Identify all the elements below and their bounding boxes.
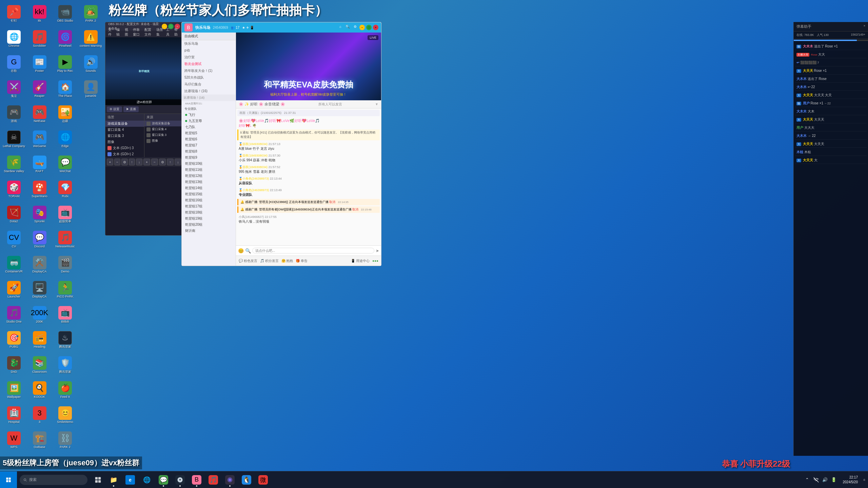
icon-theplace[interactable]: 🏠 The Place — [53, 77, 77, 101]
icon-smilememo[interactable]: 😊 SmileMemo — [53, 403, 77, 427]
sys-network-icon[interactable] — [812, 476, 820, 484]
obs-scene-item-2[interactable]: 窗口采集 4 — [105, 127, 144, 133]
icon-hospital[interactable]: 🏥 Hospital — [2, 403, 26, 427]
icon-containerVR[interactable]: 🥽 ContainerVR — [2, 252, 26, 277]
obs-scene-item-5[interactable]: 文本 (GDI+) 3 — [105, 145, 144, 151]
chat-room-qiandao17[interactable]: 乾翌组17组 — [182, 203, 236, 209]
nav-p[interactable]: p动 — [182, 47, 236, 54]
icon-pubg[interactable]: 🎯 PUBG — [2, 328, 26, 352]
taskbar-app-edge[interactable]: e — [122, 472, 138, 488]
icon-200k[interactable]: 200K 200K — [27, 303, 52, 327]
icon-wallpaper[interactable]: 🖼️ Wallpaper — [2, 378, 26, 402]
icon-tencent-mgr[interactable]: 🛡️ 腾讯管家 — [53, 353, 77, 377]
obs-settings2-button[interactable]: ⚙ — [121, 159, 128, 165]
icon-google[interactable]: G 谷歌 — [2, 52, 26, 76]
chat-room-qiandao14[interactable]: 乾翌组14组 — [182, 185, 236, 191]
sys-battery-icon[interactable]: 🔋 — [830, 476, 837, 484]
taskbar-task-view[interactable] — [90, 472, 106, 488]
taskbar-search-box[interactable]: 搜索 — [20, 475, 87, 485]
chat-room-qiandao16[interactable]: 乾翌组16组 — [182, 197, 236, 203]
right-chat-close[interactable]: × — [864, 24, 865, 29]
icon-wegame[interactable]: 🎮 WeGame — [27, 127, 52, 151]
icon-dingding[interactable]: 📌 钉钉 — [2, 2, 26, 26]
nav-songs[interactable]: 歌友会测试 — [182, 61, 236, 67]
obs-start-button[interactable]: ▶ 直播 — [123, 106, 139, 112]
icon-outbase[interactable]: 🏗️ Outbase — [27, 428, 52, 452]
obs-up-button[interactable]: ↑ — [129, 159, 135, 165]
icon-heading[interactable]: 📻 Heading — [27, 328, 52, 352]
gift-icon[interactable]: 🔍 — [245, 248, 251, 253]
obs-source-item-2[interactable]: 窗口采集 4 — [144, 126, 183, 132]
chat-room-qiandao7[interactable]: 乾翌组7 — [182, 142, 236, 148]
icon-content-warning[interactable]: ⚠️ content Warning — [79, 27, 103, 51]
obs-scene-item-4[interactable]: 图像 — [105, 139, 144, 145]
nav-horse[interactable]: 马仔们集合 — [182, 81, 236, 88]
icon-studio-one[interactable]: 🎵 Studio One — [2, 303, 26, 327]
nav-match[interactable]: 比赛现场！(16) — [182, 88, 236, 95]
icon-prisoners[interactable]: ⛓️ PARK 2 — [53, 428, 77, 452]
chat-room-qiandao20[interactable]: 乾翌组20组 — [182, 222, 236, 228]
sys-volume-icon[interactable]: 🔊 — [821, 476, 829, 484]
chat-room-qiandao9[interactable]: 乾翌组9 — [182, 155, 236, 161]
chat-room-qiandao11[interactable]: 乾翌组11组 — [182, 167, 236, 173]
chat-room-qiandao8[interactable]: 乾翌组8 — [182, 148, 236, 155]
icon-frontier[interactable]: 🏜️ 边疆 — [53, 102, 77, 126]
icon-dota2[interactable]: 🏹 Dota2 — [2, 202, 26, 227]
bottom-bar-app[interactable]: 📱 用途中心 — [351, 259, 370, 263]
icon-kk[interactable]: kk! kk — [27, 2, 52, 26]
icon-bilibili[interactable]: 📺 Bilibili — [53, 303, 77, 327]
chat-input-field[interactable] — [252, 248, 374, 253]
chat-room-qiandao18[interactable]: 乾翌组18组 — [182, 209, 236, 216]
obs-source-item-4[interactable]: 图像 — [144, 138, 183, 144]
icon-toram[interactable]: 🎲 TORAM — [2, 177, 26, 202]
icon-dmc[interactable]: ⚔️ 鬼泣 — [2, 77, 26, 101]
taskbar-app-weibo[interactable]: 微 — [255, 472, 271, 488]
icon-pico-park[interactable]: 🏃 PICO PARK — [53, 278, 77, 302]
icon-feed-it[interactable]: 🍎 Feed It — [53, 378, 77, 402]
icon-scrobbler[interactable]: 🎵 Scrobbler — [27, 27, 52, 51]
icon-chrome[interactable]: 🌐 Chrome — [2, 27, 26, 51]
icon-demo[interactable]: 🎬 Demo — [53, 252, 77, 277]
taskbar-app-music[interactable]: 🎵 — [205, 472, 221, 488]
chat-collapse-button[interactable]: ▼ — [375, 102, 378, 106]
icon-discord[interactable]: 💬 Discord — [27, 227, 52, 252]
icon-launcher[interactable]: 🚀 Launcher — [2, 278, 26, 302]
taskbar-app-wechat[interactable]: 💬 — [156, 472, 171, 488]
icon-stardew[interactable]: 🌾 Stardew Valley — [2, 152, 26, 177]
obs-down2-button[interactable]: ↓ — [175, 159, 181, 165]
icon-juese09[interactable]: 👤 juese09 — [79, 77, 103, 101]
obs-settings-button[interactable]: ⚙ 设置 — [107, 106, 122, 112]
obs-scene-item-6[interactable]: 文本 (GDI+) 2 — [105, 151, 144, 157]
icon-wechat[interactable]: 💬 WeChat — [53, 152, 77, 177]
stream-max-button[interactable]: □ — [366, 25, 372, 30]
obs-source-item-1[interactable]: 游戏采集设备 — [144, 121, 183, 126]
icon-classrm[interactable]: 📚 Classroom — [27, 353, 52, 377]
icon-wps[interactable]: W WPS — [2, 428, 26, 452]
nav-kuaile[interactable]: 快乐马场 — [182, 40, 236, 47]
icon-edge[interactable]: 🌐 Edge — [53, 127, 77, 151]
stream-close-button[interactable]: × — [373, 25, 378, 30]
notification-icon[interactable] — [861, 476, 868, 484]
icon-rubi[interactable]: 💎 Rubi — [53, 177, 77, 202]
obs-add-button[interactable]: + — [107, 159, 113, 165]
sys-chevron-icon[interactable]: ⌃ — [804, 476, 811, 484]
stream-gear-icon[interactable]: ⚙ — [352, 25, 358, 30]
taskbar-app-bilibili[interactable]: B — [189, 472, 204, 488]
icon-sounds[interactable]: 🔊 Sounds — [79, 52, 103, 76]
chat-room-79[interactable]: 七乃队 — [182, 124, 236, 130]
icon-kook[interactable]: 🍳 KOOOK — [27, 378, 52, 402]
chat-room-qiandao12[interactable]: 乾翌组12组 — [182, 173, 236, 179]
icon-obs[interactable]: 📹 OBS Studio — [53, 2, 77, 26]
chat-room-qiandao15[interactable]: 乾翌组15组 — [182, 191, 236, 197]
icon-raft[interactable]: 🛶 RAFT — [27, 152, 52, 177]
obs-scene-item-1[interactable]: 游戏采集设备 — [105, 121, 144, 127]
icon-supersimple[interactable]: 📺 超级简单 — [53, 202, 77, 227]
stream-home-icon[interactable]: ⌂ — [338, 25, 343, 30]
chat-room-qiandao10[interactable]: 乾翌组10组 — [182, 161, 236, 167]
icon-park2[interactable]: 🏕️ PARK 2 — [79, 2, 103, 26]
icon-cv[interactable]: CV CV — [2, 227, 26, 252]
nav-520[interactable]: 520大作战队 — [182, 74, 236, 81]
chat-room-qiandao5[interactable]: 乾翌组5 — [182, 130, 236, 136]
taskbar-app-qq[interactable]: 🐧 — [239, 472, 254, 488]
obs-delete-button[interactable]: − — [114, 159, 121, 165]
